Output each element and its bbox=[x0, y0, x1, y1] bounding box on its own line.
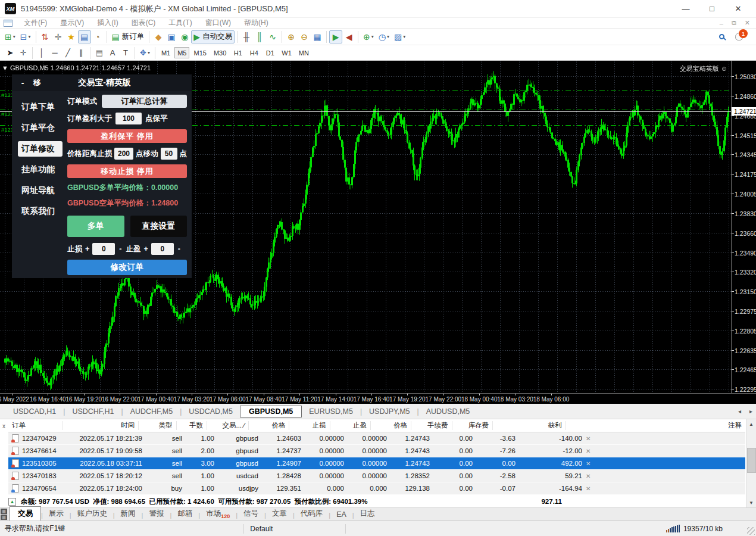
profit-threshold-input[interactable] bbox=[115, 113, 142, 124]
scroll-up-icon[interactable]: ▲ bbox=[746, 419, 756, 429]
table-row[interactable]: 1234701832022.05.17 18:20:12sell1.00usdc… bbox=[8, 470, 745, 482]
data-window-icon[interactable]: ✛ bbox=[52, 30, 65, 43]
terminal-tab-0[interactable]: 交易 bbox=[10, 506, 41, 521]
table-row[interactable]: 1234704292022.05.17 18:21:39sell1.00gbpu… bbox=[8, 432, 745, 445]
ea-sidebar-item-0[interactable]: 订单下单 bbox=[18, 99, 63, 115]
menu-item-4[interactable]: 工具(T) bbox=[162, 18, 198, 28]
column-header-0[interactable]: 订单 bbox=[8, 421, 63, 430]
close-button[interactable]: ✕ bbox=[725, 1, 751, 17]
tabs-scroll-right-icon[interactable]: ▸ bbox=[749, 408, 752, 415]
table-row[interactable]: 1234766142022.05.17 19:09:58sell2.00gbpu… bbox=[8, 445, 745, 457]
auto-scroll-icon[interactable]: ▶ bbox=[329, 30, 342, 43]
column-header-11[interactable]: 获利 bbox=[492, 421, 566, 430]
tp-input[interactable] bbox=[151, 243, 174, 255]
price-axis[interactable]: 1.250301.248601.246851.245151.243451.241… bbox=[731, 61, 756, 393]
sl-minus-button[interactable]: - bbox=[119, 245, 121, 253]
line-chart-icon[interactable]: ∿ bbox=[266, 30, 279, 43]
mdi-close-button[interactable]: ✕ bbox=[745, 19, 750, 27]
tile-windows-icon[interactable]: ▦ bbox=[311, 30, 324, 43]
tp-minus-button[interactable]: - bbox=[178, 245, 180, 253]
new-order-button[interactable]: ▤新订单 bbox=[110, 30, 147, 43]
chart-tab-GBPUSD-M5[interactable]: GBPUSD,M5 bbox=[240, 406, 302, 417]
scroll-thumb[interactable] bbox=[747, 448, 756, 473]
new-chart-icon-dropdown[interactable]: ▾ bbox=[13, 34, 15, 39]
indicators-icon-dropdown[interactable]: ▾ bbox=[371, 34, 374, 39]
profiles-icon-dropdown[interactable]: ▾ bbox=[28, 34, 30, 39]
column-header-6[interactable]: 止损 bbox=[289, 421, 329, 430]
timeframe-MN[interactable]: MN bbox=[296, 47, 312, 58]
tp-plus-button[interactable]: + bbox=[143, 245, 148, 253]
fibonacci-icon[interactable]: ▤ bbox=[93, 46, 106, 60]
menu-item-3[interactable]: 图表(C) bbox=[125, 18, 163, 28]
breakeven-toggle-button[interactable]: 盈利保平 停用 bbox=[67, 129, 187, 143]
close-position-icon[interactable]: ✕ bbox=[586, 448, 596, 454]
terminal-tab-9[interactable]: 代码库 bbox=[295, 507, 329, 521]
chart-shift-icon[interactable]: ◀ bbox=[342, 30, 355, 43]
menu-item-0[interactable]: 文件(F) bbox=[17, 18, 54, 28]
chart-area[interactable]: ▼ GBPUSD,M5 1.24660 1.24721 1.24657 1.24… bbox=[0, 61, 756, 404]
zoom-in-icon[interactable]: ⊕ bbox=[285, 30, 298, 43]
table-row[interactable]: 1235103052022.05.18 03:37:11sell3.00gbpu… bbox=[8, 457, 745, 470]
trailing-stop-toggle-button[interactable]: 移动止损 停用 bbox=[67, 164, 187, 178]
timeframe-W1[interactable]: W1 bbox=[279, 47, 295, 58]
order-mode-button[interactable]: 订单汇总计算 bbox=[102, 95, 187, 108]
candlestick-chart-icon[interactable]: ║ bbox=[253, 30, 266, 43]
chart-tab-EURUSD-M5[interactable]: EURUSD,M5 bbox=[302, 406, 360, 417]
terminal-tab-3[interactable]: 新闻 bbox=[115, 507, 142, 521]
text-icon[interactable]: A bbox=[106, 46, 119, 60]
horizontal-line-icon[interactable]: ─ bbox=[48, 46, 61, 60]
ea-sidebar-item-2[interactable]: 订单修改 bbox=[18, 141, 63, 157]
timeframe-H4[interactable]: H4 bbox=[246, 47, 261, 58]
templates-icon-dropdown[interactable]: ▾ bbox=[403, 34, 405, 39]
terminal-tab-1[interactable]: 展示 bbox=[43, 507, 70, 521]
column-header-3[interactable]: 手数 bbox=[176, 421, 207, 430]
profile-name[interactable]: Default bbox=[250, 525, 339, 533]
column-header-1[interactable]: 时间 bbox=[63, 421, 138, 430]
sl-plus-button[interactable]: + bbox=[85, 245, 89, 253]
mdi-restore-button[interactable]: ⧉ bbox=[732, 19, 736, 27]
terminal-tab-2[interactable]: 账户历史 bbox=[71, 507, 113, 521]
arrows-icon[interactable]: ✥▾ bbox=[138, 46, 152, 60]
time-axis[interactable]: 16 May 202216 May 16:4016 May 19:2016 Ma… bbox=[0, 393, 756, 404]
ea-sidebar-item-1[interactable]: 订单平仓 bbox=[18, 120, 63, 136]
chart-tab-USDCAD-M5[interactable]: USDCAD,M5 bbox=[182, 406, 240, 417]
crosshair-tool-icon[interactable]: ✛ bbox=[17, 46, 30, 60]
search-icon[interactable] bbox=[719, 34, 724, 39]
timeframe-M30[interactable]: M30 bbox=[211, 47, 229, 58]
arrows-icon-dropdown[interactable]: ▾ bbox=[148, 50, 150, 55]
ea-move-handle[interactable]: 移 bbox=[33, 77, 41, 88]
chart-tab-USDJPY-M5[interactable]: USDJPY,M5 bbox=[362, 406, 417, 417]
terminal-tab-8[interactable]: 文章 bbox=[266, 507, 293, 521]
periods-icon[interactable]: ◷▾ bbox=[376, 30, 392, 43]
terminal-tab-7[interactable]: 信号 bbox=[238, 507, 264, 521]
terminal-tab-6[interactable]: 市场120 bbox=[200, 507, 236, 521]
profiles-icon[interactable]: ⊟▾ bbox=[18, 30, 33, 43]
chart-tab-USDCAD-H1[interactable]: USDCAD,H1 bbox=[6, 406, 63, 417]
trendline-icon[interactable]: ╱ bbox=[61, 46, 74, 60]
chart-tab-AUDUSD-M5[interactable]: AUDUSD,M5 bbox=[419, 406, 477, 417]
terminal-tab-10[interactable]: EA bbox=[330, 509, 352, 521]
timeframe-D1[interactable]: D1 bbox=[263, 47, 277, 58]
trailing-step-input[interactable] bbox=[161, 148, 177, 160]
new-chart-icon[interactable]: ⊞▾ bbox=[2, 30, 18, 43]
maximize-button[interactable]: □ bbox=[699, 1, 725, 17]
signals-icon[interactable]: ◉ bbox=[178, 30, 191, 43]
minimize-button[interactable]: — bbox=[673, 1, 699, 17]
resize-grip[interactable] bbox=[747, 527, 755, 535]
direct-set-button[interactable]: 直接设置 bbox=[130, 216, 188, 237]
mdi-minimize-button[interactable]: – bbox=[720, 20, 723, 27]
menu-item-5[interactable]: 窗口(W) bbox=[199, 18, 238, 28]
market-watch-icon[interactable]: ⇅ bbox=[39, 30, 52, 43]
terminal-tab-4[interactable]: 警报 bbox=[143, 507, 170, 521]
column-header-7[interactable]: 止盈 bbox=[330, 421, 370, 430]
table-row[interactable]: 1234706542022.05.17 18:24:00buy1.00usdjp… bbox=[8, 482, 745, 495]
column-header-12[interactable]: 注释 bbox=[566, 421, 746, 430]
ea-sidebar-item-4[interactable]: 网址导航 bbox=[18, 183, 63, 198]
modify-order-button[interactable]: 修改订单 bbox=[67, 260, 187, 275]
column-header-8[interactable]: 价格 bbox=[370, 421, 411, 430]
menu-item-1[interactable]: 显示(V) bbox=[54, 18, 90, 28]
ea-sidebar-item-3[interactable]: 挂单功能 bbox=[18, 162, 63, 177]
long-orders-button[interactable]: 多单 bbox=[67, 216, 124, 237]
column-header-5[interactable]: 价格 bbox=[248, 421, 289, 430]
column-header-4[interactable]: 交易... ∕ bbox=[207, 421, 248, 430]
